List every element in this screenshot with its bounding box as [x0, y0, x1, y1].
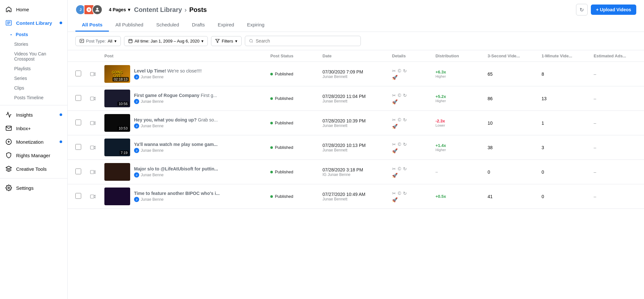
scissors-icon[interactable]: ✂: [392, 68, 396, 73]
scissors-icon[interactable]: ✂: [392, 93, 396, 98]
details-row-2: 🚀: [392, 99, 428, 104]
tab-scheduled[interactable]: Scheduled: [150, 19, 186, 32]
page-avatars: J: [75, 5, 102, 15]
distribution-value: -2.3x: [436, 119, 480, 123]
author-name: Junae Benne: [141, 124, 164, 128]
search-input[interactable]: [256, 38, 357, 43]
sidebar-item-home[interactable]: Home: [0, 3, 67, 16]
post-type-filter[interactable]: Post Type: All ▾: [75, 36, 121, 46]
row-checkbox[interactable]: [75, 95, 81, 101]
filters-button[interactable]: Filters ▾: [211, 36, 241, 46]
scissors-icon[interactable]: ✂: [392, 166, 396, 171]
rocket-icon[interactable]: 🚀: [392, 197, 398, 202]
post-date: 07/27/2020 10:49 AM: [322, 192, 384, 197]
sidebar-item-inbox[interactable]: Inbox+: [0, 121, 67, 135]
author-avatar: J: [134, 99, 139, 104]
copyright-icon[interactable]: ©: [398, 166, 401, 171]
svg-rect-19: [91, 97, 94, 100]
status-dot: [270, 97, 273, 100]
refresh-button[interactable]: ↻: [576, 4, 588, 15]
rocket-icon[interactable]: 🚀: [392, 99, 398, 104]
details-cell: ✂ © ↻ 🚀: [388, 160, 432, 184]
copyright-icon[interactable]: ©: [398, 142, 401, 147]
details-cell: ✂ © ↻ 🚀: [388, 111, 432, 135]
col-post: Post: [101, 50, 266, 62]
video-camera-icon: [89, 168, 97, 176]
tab-all-published[interactable]: All Published: [109, 19, 150, 32]
refresh-small-icon[interactable]: ↻: [403, 191, 407, 196]
tab-expiring[interactable]: Expiring: [241, 19, 271, 32]
details-row-2: 🚀: [392, 148, 428, 153]
video-duration: 02:18:13: [112, 77, 129, 82]
svg-marker-24: [94, 146, 95, 149]
svg-point-8: [96, 8, 98, 10]
tab-all-posts[interactable]: All Posts: [75, 19, 109, 32]
copyright-icon[interactable]: ©: [398, 117, 401, 122]
copyright-icon[interactable]: ©: [398, 191, 401, 196]
rocket-icon[interactable]: 🚀: [392, 173, 398, 178]
sidebar: Home Content Library Posts Stories Video…: [0, 0, 68, 299]
refresh-small-icon[interactable]: ↻: [403, 166, 407, 171]
details-icons: ✂ © ↻: [392, 93, 428, 98]
scissors-icon[interactable]: ✂: [392, 142, 396, 147]
sidebar-divider-2: [0, 178, 67, 178]
svg-point-7: [8, 187, 10, 189]
scissors-icon[interactable]: ✂: [392, 117, 396, 122]
main-content: J 4 Pages ▾ Content Library › Posts: [68, 0, 644, 299]
sidebar-sub-series[interactable]: Series: [0, 73, 67, 83]
pages-button[interactable]: 4 Pages ▾: [109, 7, 130, 12]
refresh-small-icon[interactable]: ↻: [403, 93, 407, 98]
tab-expired[interactable]: Expired: [211, 19, 241, 32]
col-vid: [85, 50, 101, 62]
row-checkbox[interactable]: [75, 144, 81, 150]
tab-drafts[interactable]: Drafts: [186, 19, 211, 32]
rocket-icon[interactable]: 🚀: [392, 124, 398, 129]
sidebar-item-insights[interactable]: Insights: [0, 108, 67, 121]
video-duration: 10:56: [117, 101, 129, 106]
sidebar-item-content-library[interactable]: Content Library: [0, 16, 67, 30]
date-cell: 07/28/2020 3:18 PM IG Junae Benne: [319, 160, 388, 184]
sidebar-sub-clips[interactable]: Clips: [0, 83, 67, 93]
post-title: Time to feature another BIPOC who's i...: [134, 191, 220, 196]
sidebar-sub-stories[interactable]: Stories: [0, 39, 67, 49]
sidebar-item-rights-manager[interactable]: Rights Manager: [0, 149, 67, 162]
row-checkbox[interactable]: [75, 169, 81, 174]
sidebar-sub-posts[interactable]: Posts: [0, 30, 67, 39]
svg-rect-27: [91, 195, 94, 198]
calendar-icon: [128, 39, 133, 43]
sidebar-sub-videos-crosspost[interactable]: Videos You Can Crosspost: [0, 49, 67, 64]
search-box[interactable]: [245, 36, 361, 46]
refresh-small-icon[interactable]: ↻: [403, 117, 407, 122]
one-min-cell: 13: [538, 86, 590, 111]
status-label: Published: [275, 169, 293, 174]
one-min-cell: 0: [538, 160, 590, 184]
row-checkbox[interactable]: [75, 71, 81, 76]
distribution-value: +1.4x: [436, 143, 480, 148]
refresh-small-icon[interactable]: ↻: [403, 142, 407, 147]
sidebar-item-settings[interactable]: Settings: [0, 181, 67, 195]
sidebar-item-monetization[interactable]: Monetization: [0, 135, 67, 149]
refresh-small-icon[interactable]: ↻: [403, 68, 407, 73]
rocket-icon[interactable]: 🚀: [392, 148, 398, 153]
post-type-value: All: [108, 39, 112, 43]
date-range-filter[interactable]: All time: Jan 1, 2009 – Aug 6, 2020 ▾: [124, 36, 208, 46]
scissors-icon[interactable]: ✂: [392, 191, 396, 196]
row-checkbox[interactable]: [75, 120, 81, 125]
rocket-icon[interactable]: 🚀: [392, 75, 398, 80]
upload-videos-button[interactable]: + Upload Videos: [591, 5, 636, 15]
col-ads: Estimated Ads...: [590, 50, 644, 62]
row-vid-cell: [85, 111, 101, 135]
sidebar-sub-playlists[interactable]: Playlists: [0, 64, 67, 73]
table-row: Major s/o to @LifeAtUbisoft for puttin..…: [68, 160, 644, 184]
copyright-icon[interactable]: ©: [398, 93, 401, 98]
svg-point-15: [249, 39, 252, 42]
header: J 4 Pages ▾ Content Library › Posts: [68, 0, 644, 32]
copyright-icon[interactable]: ©: [398, 68, 401, 73]
details-cell: ✂ © ↻ 🚀: [388, 184, 432, 209]
svg-marker-28: [94, 195, 95, 198]
sidebar-sub-posts-timeline[interactable]: Posts Timeline: [0, 93, 67, 102]
row-checkbox[interactable]: [75, 193, 81, 199]
svg-line-16: [252, 42, 253, 43]
sidebar-item-creative-tools[interactable]: Creative Tools: [0, 162, 67, 176]
post-author: J Junae Benne: [134, 99, 217, 104]
